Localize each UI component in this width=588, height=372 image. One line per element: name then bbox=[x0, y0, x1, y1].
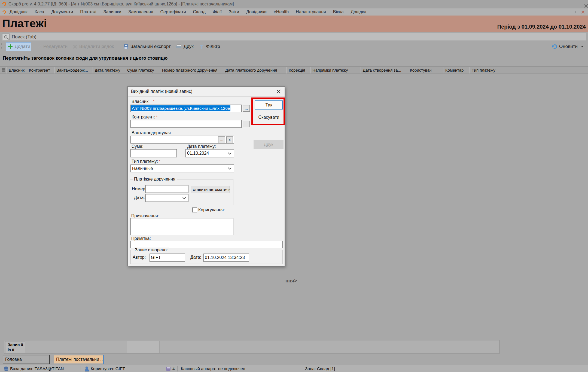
grid-column-headers: Власник Контрагент Вантажоодерж... дата … bbox=[0, 66, 588, 74]
status-zone: Зона: Склад [1] bbox=[305, 365, 335, 372]
correction-checkbox[interactable] bbox=[192, 208, 197, 212]
export-icon bbox=[124, 44, 128, 49]
contractor-browse-button[interactable]: ... bbox=[243, 121, 250, 127]
column-header-komentar[interactable]: Коментар bbox=[443, 67, 470, 74]
menu-dovidnyky[interactable]: Довідники bbox=[243, 10, 270, 14]
pay-type-label: Тип платежу:* bbox=[132, 159, 160, 164]
title-bar: Скарб pro v. 4.0.2.77 [ІД: 969] - [Апт №… bbox=[0, 0, 588, 8]
status-bar: База даних: TASA3@TITAN Користувач: GIFT… bbox=[0, 365, 588, 372]
delete-row-label: Видалити рядок bbox=[79, 44, 114, 49]
status-cash-register: Кассовый аппарат не подключен bbox=[181, 365, 245, 372]
print-button-label: Друк bbox=[184, 44, 194, 49]
created-date-label: Дата: bbox=[190, 255, 201, 260]
print-button[interactable]: Друк bbox=[176, 44, 194, 49]
tab-platezhi-postachalnykam[interactable]: Платежі постачальни .. bbox=[54, 355, 104, 364]
column-header-napriamky[interactable]: Напрямки платежу bbox=[310, 67, 361, 74]
menu-zalyshky[interactable]: Залишки bbox=[100, 10, 125, 14]
export-button[interactable]: Загальний експорт bbox=[124, 44, 171, 49]
consignee-clear-button[interactable]: X bbox=[226, 136, 233, 143]
auto-number-button[interactable]: ставити автоматично bbox=[191, 186, 230, 193]
contractor-field[interactable] bbox=[130, 120, 242, 128]
dialog-print-button[interactable]: Друк bbox=[254, 140, 284, 149]
created-date-value: 01.10.2024 13:34:23 bbox=[204, 255, 245, 260]
column-header-vlasnyk[interactable]: Власник bbox=[7, 67, 27, 74]
menu-sertyfikaty[interactable]: Сертифікати bbox=[157, 10, 189, 14]
status-separator bbox=[301, 366, 301, 371]
column-header-nomer-doruch[interactable]: Номер платіжного доручення bbox=[160, 67, 223, 74]
order-number-field[interactable] bbox=[145, 185, 188, 193]
status-device-count-value: 4 bbox=[172, 366, 175, 371]
menu-vikna[interactable]: Вікна bbox=[330, 10, 347, 14]
menu-platezhi[interactable]: Платежі bbox=[77, 10, 100, 14]
column-header-data-doruch[interactable]: Дата платіжного доручення bbox=[223, 67, 287, 74]
dialog-title-bar[interactable]: Вихідний платіж (новий запис) bbox=[128, 87, 285, 97]
required-marker: * bbox=[153, 99, 154, 103]
add-button[interactable]: Додати bbox=[6, 42, 31, 51]
owner-field[interactable]: Апт №003 пгт.Барышевка, ул.Киевский шлях… bbox=[130, 105, 242, 112]
mdi-window-controls bbox=[562, 9, 586, 15]
period-label: Період з 01.09.2024 до 01.10.2024 bbox=[497, 24, 586, 30]
refresh-button[interactable]: Оновити bbox=[553, 41, 584, 52]
delete-icon bbox=[73, 45, 77, 49]
mdi-minimize-button[interactable] bbox=[562, 9, 568, 15]
tab-holovna[interactable]: Головна bbox=[3, 355, 50, 364]
app-logo-icon bbox=[1, 1, 7, 7]
dialog-title: Вихідний платіж (новий запис) bbox=[131, 89, 192, 94]
toolbar: Додати Редагувати Видалити рядок Загальн… bbox=[0, 41, 588, 52]
order-date-combo[interactable] bbox=[145, 194, 188, 202]
menu-nalashtuvannia[interactable]: Налаштування bbox=[292, 10, 330, 14]
menu-dovidnyk[interactable]: Довідник bbox=[6, 10, 31, 14]
plus-icon bbox=[8, 44, 13, 49]
owner-browse-button[interactable]: ... bbox=[243, 105, 250, 112]
edit-button[interactable]: Редагувати bbox=[36, 44, 68, 49]
column-header-data-platezhu[interactable]: дата платежу bbox=[93, 67, 125, 74]
note-field[interactable] bbox=[130, 241, 283, 248]
menu-dokumenty[interactable]: Документи bbox=[48, 10, 77, 14]
note-label: Примітка: bbox=[131, 236, 151, 241]
ok-button[interactable]: Так bbox=[255, 100, 283, 109]
search-input[interactable] bbox=[10, 33, 586, 41]
created-date-field[interactable]: 01.10.2024 13:34:23 bbox=[203, 254, 249, 262]
column-header-vantazh[interactable]: Вантажоодерж... bbox=[54, 67, 93, 74]
menu-filii[interactable]: Філії bbox=[209, 10, 225, 14]
column-header-typ-platezhu[interactable]: Тип платежу bbox=[470, 67, 512, 74]
status-separator bbox=[177, 366, 178, 371]
search-icon-button[interactable] bbox=[2, 33, 10, 40]
mdi-restore-button[interactable] bbox=[571, 9, 577, 15]
column-header-data-stvorennia[interactable]: Дата створення за... bbox=[361, 67, 408, 74]
outgoing-payment-dialog: Вихідний платіж (новий запис) Власник:* … bbox=[127, 86, 285, 266]
pay-type-combo[interactable]: Наличные bbox=[130, 164, 234, 172]
column-header-kontragent[interactable]: Контрагент bbox=[27, 67, 54, 74]
purpose-textarea[interactable] bbox=[130, 218, 233, 235]
window-controls bbox=[560, 0, 584, 8]
pay-date-combo[interactable]: 01.10.2024 bbox=[185, 149, 234, 157]
pay-date-value: 01.10.2024 bbox=[186, 151, 229, 156]
delete-row-button[interactable]: Видалити рядок bbox=[73, 44, 114, 49]
menu-dovidka[interactable]: Довідка bbox=[347, 10, 370, 14]
menu-kasa[interactable]: Каса bbox=[31, 10, 48, 14]
column-header-korektsiia[interactable]: Корекція bbox=[287, 67, 310, 74]
pay-date-label: Дата платежу: bbox=[187, 144, 216, 149]
chevron-down-icon bbox=[581, 46, 584, 47]
column-header-korystuvach[interactable]: Користувач bbox=[408, 67, 443, 74]
sum-field[interactable] bbox=[130, 149, 177, 157]
mdi-close-button[interactable] bbox=[580, 9, 586, 15]
search-bar bbox=[2, 33, 586, 41]
footer-blank-cell bbox=[127, 341, 160, 353]
status-device-count: 4 bbox=[166, 365, 175, 372]
status-zone-label: Зона: Склад [1] bbox=[305, 366, 335, 371]
menu-zvity[interactable]: Звіти bbox=[225, 10, 243, 14]
menu-sklad[interactable]: Склад bbox=[190, 10, 209, 14]
author-field[interactable]: GIFT bbox=[150, 254, 185, 262]
consignee-label: Вантажоодержувач: bbox=[132, 130, 172, 135]
column-header-suma[interactable]: Сума платежу bbox=[125, 67, 160, 74]
restore-button[interactable] bbox=[572, 2, 572, 7]
menu-ehealth[interactable]: eHealth bbox=[270, 10, 292, 14]
status-user: Користувач: GIFT bbox=[84, 365, 125, 372]
pencil-icon bbox=[36, 44, 41, 49]
menu-zamovlennia[interactable]: Замовлення bbox=[125, 10, 157, 14]
cancel-button[interactable]: Скасувати bbox=[255, 113, 283, 122]
dialog-close-button[interactable] bbox=[276, 89, 281, 94]
filter-button[interactable]: Фільтр bbox=[199, 44, 220, 49]
consignee-browse-button[interactable]: ... bbox=[218, 136, 225, 143]
